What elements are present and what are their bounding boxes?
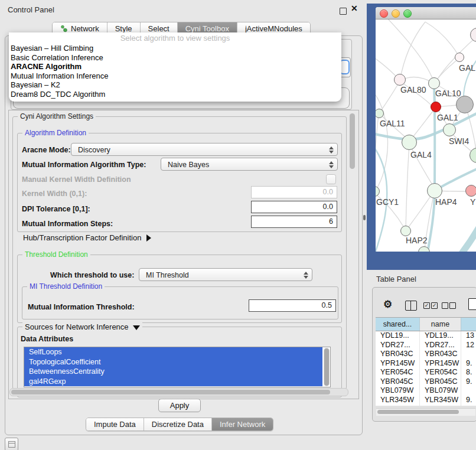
node-label: GCY1 bbox=[376, 197, 399, 207]
network-node-gal10[interactable] bbox=[428, 77, 440, 89]
tab-infer-network[interactable]: Infer Network bbox=[212, 418, 273, 431]
table-cell: YDL19... bbox=[376, 331, 420, 341]
table-hscrollbar[interactable] bbox=[376, 408, 475, 416]
table-body: YDL19...YDL19...13YDR27...YDR27...12YBR0… bbox=[376, 331, 476, 406]
aracne-mode-combo[interactable]: Discovery bbox=[71, 143, 338, 156]
aracne-mode-label: Aracne Mode: bbox=[22, 146, 71, 154]
restore-panel-icon[interactable] bbox=[5, 438, 18, 450]
mi-threshold-field[interactable]: 0.5 bbox=[249, 299, 336, 312]
dropdown-item-dream8-dc-tdc-algorithm[interactable]: Dream8 DC_TDC Algorithm bbox=[9, 90, 341, 99]
float-window-icon[interactable] bbox=[340, 8, 347, 15]
apply-button[interactable]: Apply bbox=[158, 399, 201, 412]
network-window-titlebar[interactable] bbox=[376, 7, 476, 19]
table-panel-title: Table Panel bbox=[376, 275, 416, 283]
mi-type-combo[interactable]: Naive Bayes bbox=[161, 158, 338, 171]
table-cell: YIL052C bbox=[376, 405, 420, 406]
table-cell: YLR345W bbox=[420, 396, 461, 405]
dropdown-placeholder: Select algorithm to view settings bbox=[9, 32, 341, 44]
deselect-all-checkbox-icon[interactable] bbox=[442, 302, 448, 309]
gear-icon[interactable]: ⚙ bbox=[383, 298, 392, 311]
table-row[interactable]: YPR145WYPR145W9. bbox=[376, 359, 476, 369]
scrollbar-thumb[interactable] bbox=[324, 348, 329, 386]
dropdown-item-aracne-algorithm[interactable]: ARACNE Algorithm bbox=[9, 62, 341, 71]
table-cell: YBR043C bbox=[420, 350, 461, 359]
node-label: SWI4 bbox=[449, 136, 469, 146]
settings-vscrollbar-thumb[interactable] bbox=[350, 113, 355, 169]
column-header-cut[interactable] bbox=[461, 318, 476, 331]
combo-value: Discovery bbox=[78, 146, 110, 154]
table-row[interactable]: YLR345WYLR345W9. bbox=[376, 396, 476, 405]
split-divider-handle[interactable] bbox=[363, 215, 366, 220]
table-row[interactable]: YDL19...YDL19...13 bbox=[376, 331, 476, 341]
data-attributes-list[interactable]: SelfLoopsTopologicalCoefficientBetweenne… bbox=[24, 347, 331, 387]
table-cell: YER054C bbox=[376, 368, 420, 377]
tab-label: Infer Network bbox=[220, 420, 265, 429]
network-canvas[interactable]: GAL80GAL10GAL1GAL11SWI4GAL4GCY1HAP4YHAP2… bbox=[376, 19, 476, 252]
list-item-betweennesscentrality[interactable]: BetweennessCentrality bbox=[24, 367, 322, 377]
scrollbar-thumb[interactable] bbox=[11, 390, 330, 394]
list-item-topologicalcoefficient[interactable]: TopologicalCoefficient bbox=[24, 357, 322, 367]
network-node-y[interactable] bbox=[465, 185, 476, 197]
dropdown-item-basic-correlation-inference[interactable]: Basic Correlation Inference bbox=[9, 53, 341, 63]
network-node-gal[interactable] bbox=[455, 53, 464, 62]
chevron-right-icon bbox=[146, 234, 151, 242]
table-row[interactable]: YBL079WYBL079W bbox=[376, 386, 476, 396]
manual-kernel-checkbox[interactable] bbox=[326, 174, 336, 184]
dropdown-item-bayesian-hill-climbing[interactable]: Bayesian – Hill Climbing bbox=[9, 44, 341, 53]
network-node-swi4[interactable] bbox=[443, 123, 456, 136]
select-all-checkbox-icon[interactable]: ✓ bbox=[423, 302, 430, 309]
network-node[interactable] bbox=[456, 96, 474, 113]
cyni-mode-tabbar: Impute DataDiscretize DataInfer Network bbox=[86, 418, 273, 431]
dpi-tolerance-label: DPI Tolerance [0,1]: bbox=[22, 205, 90, 213]
table-cell bbox=[461, 350, 476, 359]
settings-hscrollbar[interactable] bbox=[9, 388, 348, 396]
network-node-gal80[interactable] bbox=[394, 74, 406, 86]
network-node-gal1[interactable] bbox=[431, 102, 441, 112]
column-header-shared[interactable]: shared... bbox=[376, 318, 420, 331]
network-view-window[interactable]: GAL80GAL10GAL1GAL11SWI4GAL4GCY1HAP4YHAP2… bbox=[376, 7, 476, 252]
zoom-traffic-light[interactable] bbox=[403, 9, 412, 18]
scrollbar-thumb[interactable] bbox=[377, 410, 459, 414]
table-cell: YBR045C bbox=[420, 377, 461, 387]
combo-value: MI Threshold bbox=[146, 271, 189, 279]
network-node-hap4[interactable] bbox=[427, 183, 442, 198]
table-row[interactable]: YDR27...YDR27...12 bbox=[376, 341, 476, 350]
table-cell: YDR27... bbox=[376, 341, 420, 350]
new-table-icon[interactable] bbox=[468, 298, 476, 310]
minimize-traffic-light[interactable] bbox=[392, 9, 400, 18]
mi-steps-field[interactable]: 6 bbox=[251, 216, 337, 228]
close-traffic-light[interactable] bbox=[380, 9, 388, 18]
table-cell: 9. bbox=[461, 396, 476, 405]
deselect-all-checkbox-icon[interactable] bbox=[449, 302, 456, 309]
select-all-checkbox-icon[interactable]: ✓ bbox=[431, 302, 438, 309]
tab-discretize-data[interactable]: Discretize Data bbox=[144, 418, 212, 431]
node-label: GAL4 bbox=[410, 150, 432, 159]
network-node-gal4[interactable] bbox=[402, 135, 417, 150]
group-title: Threshold Definition bbox=[22, 250, 90, 259]
table-row[interactable]: YER054CYER054C8. bbox=[376, 368, 476, 377]
dpi-tolerance-field[interactable]: 0.0 bbox=[251, 201, 337, 213]
which-threshold-combo[interactable]: MI Threshold bbox=[139, 268, 312, 281]
column-layout-icon[interactable] bbox=[405, 301, 417, 311]
table-row[interactable]: YIL052CYIL052C9 bbox=[376, 405, 476, 406]
dropdown-item-mutual-information-inference[interactable]: Mutual Information Inference bbox=[9, 71, 341, 81]
kernel-width-field[interactable]: 0.0 bbox=[251, 186, 337, 198]
hub-definition-expander[interactable]: Hub/Transcription Factor Definition bbox=[23, 233, 151, 242]
sources-expander[interactable]: Sources for Network Inference bbox=[22, 322, 142, 331]
table-row[interactable]: YBR045CYBR045C9. bbox=[376, 377, 476, 387]
node-label: GAL11 bbox=[380, 119, 405, 128]
control-panel-title: Control Panel bbox=[8, 5, 54, 14]
list-item-selfloops[interactable]: SelfLoops bbox=[24, 347, 322, 357]
column-header-name[interactable]: name bbox=[420, 318, 461, 331]
close-icon[interactable]: ✕ bbox=[351, 4, 358, 13]
dropdown-item-bayesian-k2[interactable]: Bayesian – K2 bbox=[9, 80, 341, 90]
tab-label: jActiveMNodules bbox=[245, 24, 302, 33]
list-scrollbar[interactable] bbox=[324, 348, 330, 386]
application-window: Control Panel ✕ NetworkStyleSelectCyni T… bbox=[0, 0, 476, 450]
mi-type-label: Mutual Information Algorithm Type: bbox=[22, 161, 146, 169]
tab-impute-data[interactable]: Impute Data bbox=[86, 418, 144, 431]
list-item-gal4rgexp[interactable]: gal4RGexp bbox=[24, 377, 322, 387]
table-row[interactable]: YBR043CYBR043C bbox=[376, 350, 476, 359]
network-node-hap2[interactable] bbox=[400, 226, 411, 236]
which-threshold-label: Which threshold to use: bbox=[50, 271, 134, 279]
